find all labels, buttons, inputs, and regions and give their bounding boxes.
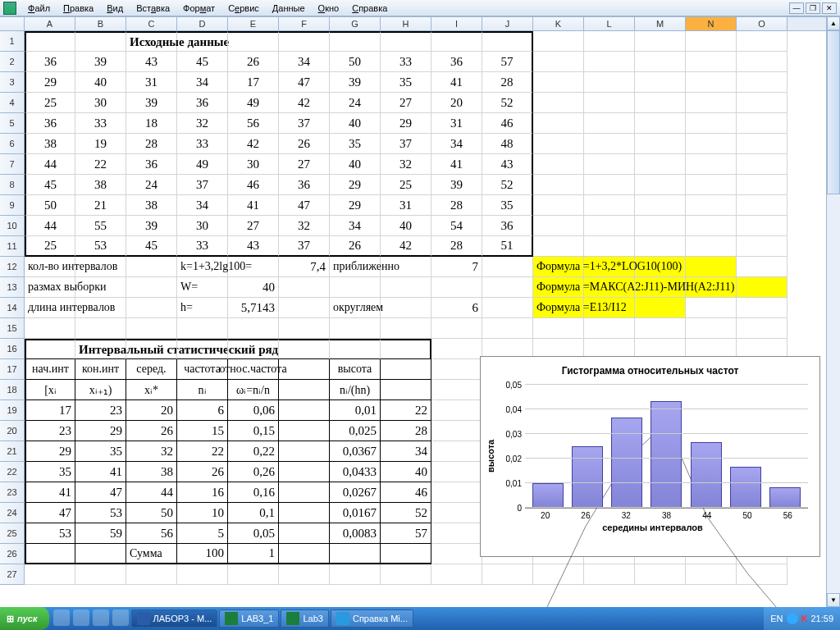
row-header-19[interactable]: 19 bbox=[0, 400, 25, 421]
cell[interactable] bbox=[381, 380, 431, 400]
cell[interactable]: 6 bbox=[431, 298, 482, 318]
cell[interactable]: 31 bbox=[431, 113, 482, 134]
cell[interactable]: 5 bbox=[177, 523, 228, 544]
cell[interactable] bbox=[279, 462, 330, 482]
safe-icon[interactable] bbox=[93, 609, 109, 626]
cell[interactable] bbox=[584, 195, 635, 216]
cell[interactable]: 30 bbox=[177, 216, 228, 236]
col-header-A[interactable]: A bbox=[25, 17, 75, 30]
cell[interactable]: 45 bbox=[126, 236, 177, 257]
cell[interactable]: 56 bbox=[126, 523, 177, 544]
cell[interactable]: 41 bbox=[228, 195, 279, 216]
menu-file[interactable]: ФФайлайл bbox=[21, 3, 57, 13]
menu-insert[interactable]: Вставка bbox=[130, 3, 176, 13]
cell[interactable] bbox=[431, 564, 482, 585]
cell[interactable]: 38 bbox=[25, 134, 75, 154]
cell[interactable] bbox=[737, 318, 788, 339]
cell[interactable]: 32 bbox=[177, 113, 228, 134]
cell[interactable]: 40 bbox=[381, 216, 431, 236]
cell[interactable] bbox=[737, 72, 788, 93]
col-header-L[interactable]: L bbox=[584, 17, 635, 30]
cell[interactable]: 29 bbox=[25, 441, 75, 462]
cell[interactable] bbox=[126, 318, 177, 339]
tray-icon[interactable] bbox=[787, 613, 798, 624]
cell[interactable]: 49 bbox=[228, 93, 279, 113]
cell[interactable]: 25 bbox=[25, 236, 75, 257]
cell[interactable]: 53 bbox=[75, 236, 126, 257]
cell[interactable]: 42 bbox=[279, 93, 330, 113]
cell[interactable] bbox=[533, 175, 584, 195]
cell[interactable] bbox=[177, 31, 228, 52]
cell[interactable] bbox=[584, 318, 635, 339]
cell[interactable]: 39 bbox=[75, 52, 126, 72]
cell[interactable]: 55 bbox=[75, 216, 126, 236]
row-header-11[interactable]: 11 bbox=[0, 236, 25, 257]
cell[interactable] bbox=[381, 31, 431, 52]
cell[interactable] bbox=[686, 175, 737, 195]
cell[interactable]: 7 bbox=[431, 257, 482, 277]
cell[interactable] bbox=[126, 564, 177, 585]
cell[interactable] bbox=[737, 236, 788, 257]
cell[interactable]: 36 bbox=[431, 52, 482, 72]
cell[interactable]: 47 bbox=[75, 482, 126, 503]
cell[interactable]: 48 bbox=[482, 134, 533, 154]
cell[interactable]: 46 bbox=[228, 175, 279, 195]
row-header-5[interactable]: 5 bbox=[0, 113, 25, 134]
cell[interactable]: 0,0167 bbox=[330, 503, 381, 523]
cell[interactable] bbox=[533, 216, 584, 236]
row-header-15[interactable]: 15 bbox=[0, 318, 25, 339]
cell[interactable] bbox=[686, 216, 737, 236]
cell[interactable] bbox=[75, 544, 126, 564]
cell[interactable] bbox=[126, 339, 177, 359]
cell[interactable]: кон.инт bbox=[75, 359, 126, 380]
cell[interactable] bbox=[686, 72, 737, 93]
cell[interactable] bbox=[737, 195, 788, 216]
cell[interactable] bbox=[482, 277, 533, 298]
cell[interactable]: 23 bbox=[75, 400, 126, 421]
cell[interactable] bbox=[584, 52, 635, 72]
cell[interactable]: 0,0083 bbox=[330, 523, 381, 544]
cell[interactable] bbox=[635, 318, 686, 339]
cell[interactable] bbox=[431, 339, 482, 359]
cell[interactable]: 40 bbox=[75, 72, 126, 93]
cell[interactable] bbox=[75, 564, 126, 585]
cell[interactable] bbox=[381, 318, 431, 339]
cell[interactable]: 50 bbox=[330, 52, 381, 72]
cell[interactable] bbox=[686, 113, 737, 134]
cell[interactable]: 46 bbox=[381, 482, 431, 503]
col-header-O[interactable]: O bbox=[737, 17, 788, 30]
cell[interactable] bbox=[482, 31, 533, 52]
cell[interactable]: 57 bbox=[482, 52, 533, 72]
cell[interactable]: 29 bbox=[330, 195, 381, 216]
cell[interactable] bbox=[737, 52, 788, 72]
row-header-24[interactable]: 24 bbox=[0, 503, 25, 523]
cell[interactable]: 32 bbox=[279, 216, 330, 236]
cell[interactable]: 18 bbox=[126, 113, 177, 134]
cell[interactable]: ωᵢ=nᵢ/n bbox=[228, 380, 279, 400]
cell[interactable] bbox=[584, 72, 635, 93]
cell[interactable]: nᵢ bbox=[177, 380, 228, 400]
select-all-corner[interactable] bbox=[0, 17, 25, 30]
cell[interactable] bbox=[584, 236, 635, 257]
cell[interactable] bbox=[381, 564, 431, 585]
cell[interactable]: 0,22 bbox=[228, 441, 279, 462]
row-header-14[interactable]: 14 bbox=[0, 298, 25, 318]
cell[interactable] bbox=[279, 441, 330, 462]
cell[interactable]: 22 bbox=[381, 400, 431, 421]
col-header-C[interactable]: C bbox=[126, 17, 177, 30]
cell[interactable]: 0,05 bbox=[228, 523, 279, 544]
cell[interactable]: 40 bbox=[330, 154, 381, 175]
cell[interactable]: h= bbox=[177, 298, 228, 318]
cell[interactable]: 32 bbox=[126, 441, 177, 462]
cell[interactable]: 29 bbox=[25, 72, 75, 93]
cell[interactable]: 28 bbox=[431, 236, 482, 257]
start-button[interactable]: ⊞пуск bbox=[0, 607, 49, 630]
cell[interactable]: 41 bbox=[431, 72, 482, 93]
close-button[interactable]: ✕ bbox=[822, 2, 837, 14]
cell[interactable]: 33 bbox=[177, 134, 228, 154]
taskbar-item[interactable]: LAB3_1 bbox=[219, 609, 279, 628]
cell[interactable]: 34 bbox=[177, 195, 228, 216]
col-header-D[interactable]: D bbox=[177, 17, 228, 30]
cell[interactable]: 35 bbox=[25, 462, 75, 482]
cell[interactable]: относ.частота bbox=[228, 359, 279, 380]
